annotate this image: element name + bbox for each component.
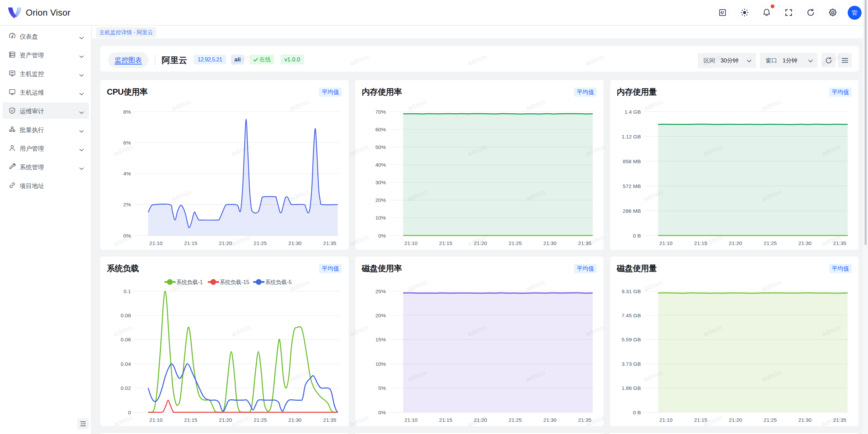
svg-text:21:20: 21:20 — [729, 417, 742, 423]
svg-text:21:25: 21:25 — [764, 240, 777, 246]
svg-text:21:35: 21:35 — [833, 240, 846, 246]
svg-text:7.45 GB: 7.45 GB — [622, 313, 641, 318]
svg-text:21:25: 21:25 — [509, 417, 522, 423]
svg-text:1.12 GB: 1.12 GB — [622, 134, 641, 139]
svg-text:21:20: 21:20 — [474, 240, 487, 246]
svg-text:50%: 50% — [375, 144, 386, 150]
svg-text:21:35: 21:35 — [578, 417, 591, 423]
svg-text:858 MB: 858 MB — [623, 158, 641, 164]
svg-text:21:10: 21:10 — [659, 417, 673, 423]
svg-text:9.31 GB: 9.31 GB — [622, 288, 641, 294]
svg-text:21:20: 21:20 — [219, 417, 232, 423]
svg-text:20%: 20% — [375, 197, 386, 203]
svg-text:25%: 25% — [375, 288, 386, 294]
svg-text:1.4 GB: 1.4 GB — [625, 109, 641, 115]
svg-text:70%: 70% — [375, 109, 386, 115]
svg-text:0 B: 0 B — [633, 410, 641, 415]
svg-text:21:10: 21:10 — [150, 417, 163, 423]
svg-text:2%: 2% — [123, 202, 131, 207]
svg-text:0: 0 — [128, 410, 131, 415]
svg-text:15%: 15% — [375, 337, 386, 342]
svg-text:0%: 0% — [378, 410, 386, 415]
svg-text:0.06: 0.06 — [121, 337, 131, 342]
svg-text:系统负载-5: 系统负载-5 — [265, 279, 292, 285]
svg-text:21:30: 21:30 — [289, 240, 302, 246]
svg-text:21:35: 21:35 — [323, 240, 336, 246]
svg-text:6%: 6% — [123, 140, 131, 146]
svg-text:系统负载-1: 系统负载-1 — [176, 279, 203, 285]
svg-text:21:15: 21:15 — [439, 417, 452, 423]
svg-text:21:30: 21:30 — [798, 417, 812, 423]
svg-text:21:25: 21:25 — [254, 417, 267, 423]
svg-text:21:15: 21:15 — [184, 240, 197, 246]
svg-text:21:10: 21:10 — [150, 240, 163, 246]
svg-text:4%: 4% — [123, 171, 131, 176]
svg-text:21:30: 21:30 — [544, 417, 557, 423]
svg-text:5.59 GB: 5.59 GB — [622, 337, 641, 342]
svg-text:21:35: 21:35 — [578, 240, 591, 246]
svg-text:10%: 10% — [375, 215, 386, 221]
svg-text:21:15: 21:15 — [694, 417, 707, 423]
svg-text:5%: 5% — [378, 385, 386, 391]
svg-text:20%: 20% — [375, 313, 386, 318]
svg-text:21:10: 21:10 — [659, 240, 673, 246]
svg-text:21:15: 21:15 — [184, 417, 197, 423]
svg-text:8%: 8% — [123, 109, 131, 115]
svg-text:21:30: 21:30 — [289, 417, 302, 423]
svg-text:21:30: 21:30 — [798, 240, 812, 246]
svg-text:21:15: 21:15 — [694, 240, 707, 246]
svg-text:21:20: 21:20 — [219, 240, 232, 246]
svg-text:0.1: 0.1 — [123, 288, 131, 294]
svg-text:21:20: 21:20 — [729, 240, 742, 246]
svg-text:21:35: 21:35 — [833, 417, 846, 423]
svg-text:1.86 GB: 1.86 GB — [622, 385, 641, 391]
svg-text:3.73 GB: 3.73 GB — [622, 361, 641, 367]
svg-text:0.04: 0.04 — [121, 361, 131, 367]
svg-text:60%: 60% — [375, 127, 386, 132]
svg-text:21:25: 21:25 — [254, 240, 267, 246]
svg-text:21:30: 21:30 — [544, 240, 557, 246]
svg-text:40%: 40% — [375, 162, 386, 168]
svg-text:286 MB: 286 MB — [623, 208, 641, 214]
svg-text:21:25: 21:25 — [509, 240, 522, 246]
svg-text:0 B: 0 B — [633, 233, 641, 239]
svg-text:21:10: 21:10 — [405, 240, 418, 246]
svg-text:21:10: 21:10 — [405, 417, 418, 423]
svg-text:30%: 30% — [375, 180, 386, 185]
svg-text:0.02: 0.02 — [121, 385, 131, 391]
svg-text:0.08: 0.08 — [121, 313, 131, 318]
svg-text:21:20: 21:20 — [474, 417, 487, 423]
svg-text:572 MB: 572 MB — [623, 183, 641, 189]
svg-text:10%: 10% — [375, 361, 386, 367]
svg-text:0%: 0% — [123, 233, 131, 239]
svg-text:系统负载-15: 系统负载-15 — [220, 279, 249, 285]
svg-text:21:15: 21:15 — [439, 240, 452, 246]
svg-text:21:35: 21:35 — [323, 417, 336, 423]
svg-text:0%: 0% — [378, 233, 386, 239]
svg-text:21:25: 21:25 — [764, 417, 777, 423]
